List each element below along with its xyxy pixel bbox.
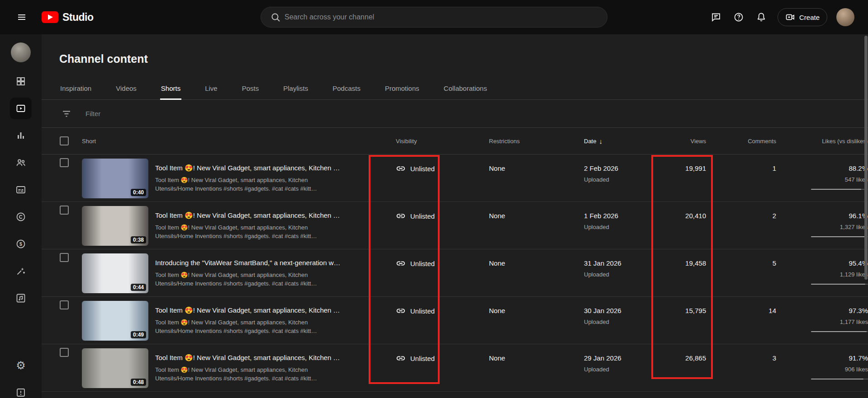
menu-icon[interactable] [13,8,31,26]
sidebar-item-community[interactable] [10,152,32,173]
views-value: 26,865 [665,344,706,362]
create-video-icon [785,12,795,22]
video-thumbnail[interactable]: 0:40 [82,159,148,198]
table-row[interactable]: 0:49 Tool Item 😍! New Viral Gadget, smar… [42,297,868,344]
sidebar-item-settings[interactable]: ⚙ [10,355,32,376]
likes-count: 906 likes [776,366,868,373]
topbar: Studio Create [0,0,868,34]
filter-input[interactable] [85,110,248,117]
video-title[interactable]: Introducing the "VitaWear SmartBand," a … [155,258,385,267]
row-checkbox[interactable] [60,300,69,309]
video-title[interactable]: Tool Item 😍! New Viral Gadget, smart app… [155,211,385,220]
tab-videos[interactable]: Videos [115,77,138,99]
table-row[interactable]: 0:40 Tool Item 😍! New Viral Gadget, smar… [42,155,868,202]
sidebar: $ ⚙ [0,34,42,398]
visibility-value[interactable]: Unlisted [410,260,435,267]
sidebar-item-content[interactable] [10,98,32,119]
video-thumbnail[interactable]: 0:38 [82,206,148,246]
sidebar-item-audio-library[interactable] [10,287,32,309]
video-description: Tool Item 😍! New Viral Gadget, smart app… [155,271,337,288]
video-thumbnail[interactable]: 0:44 [82,253,148,293]
youtube-studio-logo[interactable]: Studio [42,0,94,34]
scrollbar[interactable] [863,34,868,398]
views-value: 19,458 [665,249,706,267]
column-header-views[interactable]: Views [665,138,706,145]
column-header-short[interactable]: Short [82,138,155,145]
customization-icon [15,266,26,276]
views-value: 15,795 [665,297,706,314]
column-header-restrictions[interactable]: Restrictions [489,138,584,145]
sidebar-item-earn[interactable]: $ [10,233,32,255]
table-row[interactable]: 0:44 Introducing the "VitaWear SmartBand… [42,249,868,297]
notifications-icon[interactable] [752,8,770,26]
row-checkbox[interactable] [60,253,69,262]
svg-text:$: $ [19,241,22,247]
likes-count: 1,129 likes [776,271,868,278]
video-title[interactable]: Tool Item 😍! New Viral Gadget, smart app… [155,353,385,362]
tab-inspiration[interactable]: Inspiration [59,77,92,99]
sidebar-item-send-feedback[interactable] [10,382,32,398]
video-duration-badge: 0:40 [131,189,146,196]
like-ratio-fill [811,189,861,190]
views-value: 19,991 [665,155,706,172]
tab-playlists[interactable]: Playlists [282,77,309,99]
channel-avatar[interactable] [11,42,31,62]
restrictions-value: None [489,344,584,362]
tab-promotions[interactable]: Promotions [384,77,420,99]
video-thumbnail[interactable]: 0:49 [82,301,148,341]
search-bar[interactable] [261,7,607,28]
column-header-date[interactable]: Date ↓ [584,137,665,145]
column-header-likes[interactable]: Likes (vs dislikes) [776,138,868,145]
create-button[interactable]: Create [778,8,827,26]
visibility-value[interactable]: Unlisted [410,165,435,173]
sidebar-item-dashboard[interactable] [10,70,32,92]
like-ratio-fill [811,379,863,379]
comments-value: 14 [706,297,776,314]
visibility-value[interactable]: Unlisted [410,212,435,220]
video-duration-badge: 0:49 [131,331,146,338]
analytics-icon [15,130,26,141]
video-title[interactable]: Tool Item 😍! New Viral Gadget, smart app… [155,164,385,173]
account-avatar[interactable] [836,8,854,26]
video-date-status: Uploaded [584,366,665,373]
sidebar-item-analytics[interactable] [10,125,32,146]
table-row[interactable]: 0:48 Tool Item 😍! New Viral Gadget, smar… [42,344,868,392]
sidebar-item-copyright[interactable] [10,206,32,228]
content-icon [15,103,26,114]
tab-podcasts[interactable]: Podcasts [332,77,361,99]
like-ratio-fill [811,284,865,285]
visibility-value[interactable]: Unlisted [410,307,435,315]
tab-posts[interactable]: Posts [241,77,260,99]
visibility-value[interactable]: Unlisted [410,355,435,362]
help-icon[interactable] [730,8,748,26]
video-title[interactable]: Tool Item 😍! New Viral Gadget, smart app… [155,306,385,315]
select-all-checkbox[interactable] [60,136,69,145]
likes-count: 1,177 likes [776,318,868,325]
tab-collaborations[interactable]: Collaborations [443,77,488,99]
comments-value: 3 [706,344,776,362]
scrollbar-thumb[interactable] [864,36,868,280]
unlisted-link-icon [396,306,406,316]
row-checkbox[interactable] [60,206,69,215]
row-checkbox[interactable] [60,158,69,167]
column-header-comments[interactable]: Comments [706,138,776,145]
create-label: Create [799,14,820,21]
video-thumbnail[interactable]: 0:48 [82,348,148,388]
tab-live[interactable]: Live [204,77,218,99]
filter-icon[interactable] [57,105,76,123]
sidebar-item-subtitles[interactable] [10,179,32,201]
search-input[interactable] [285,13,607,21]
table-row[interactable]: 0:38 Tool Item 😍! New Viral Gadget, smar… [42,202,868,249]
search-icon[interactable] [266,8,285,26]
video-date: 1 Feb 2026 [584,212,665,220]
sidebar-item-customization[interactable] [10,260,32,282]
tab-shorts[interactable]: Shorts [160,77,181,99]
likes-count: 547 likes [776,176,868,183]
send-feedback-icon[interactable] [707,8,725,26]
column-header-visibility[interactable]: Visibility [396,138,489,145]
table-body: 0:40 Tool Item 😍! New Viral Gadget, smar… [42,155,868,392]
row-checkbox[interactable] [60,348,69,357]
dashboard-icon [15,76,26,87]
filter-bar[interactable] [42,100,868,128]
unlisted-link-icon [396,164,406,173]
